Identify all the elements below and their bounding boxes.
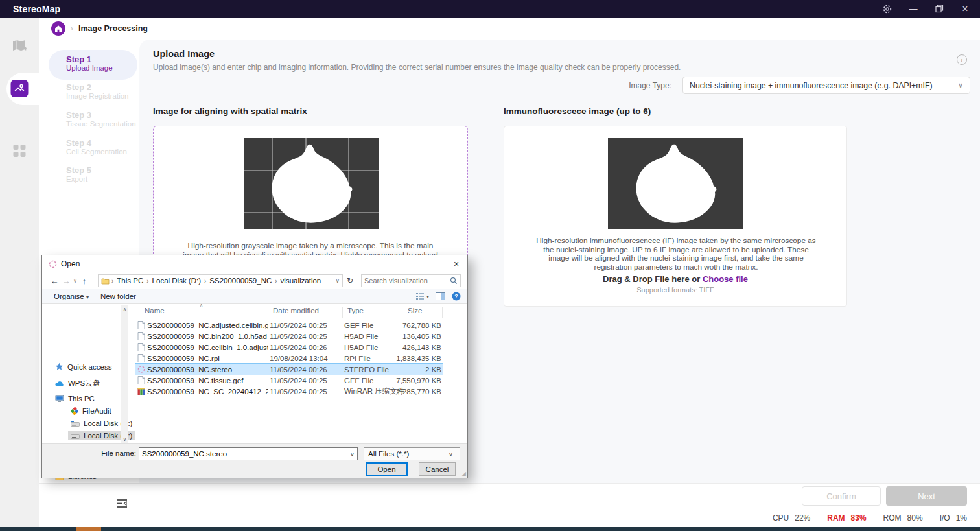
view-options-icon[interactable]: ▾	[415, 292, 429, 300]
if-image-preview	[608, 138, 743, 229]
open-button[interactable]: Open	[366, 462, 408, 476]
system-stats: CPU22% RAM83% ROM80% I/O1%	[773, 513, 967, 523]
history-dropdown-icon[interactable]: ∨	[72, 278, 78, 284]
address-dropdown-icon[interactable]: ∨	[335, 277, 340, 284]
map-icon[interactable]	[12, 39, 27, 53]
search-box[interactable]	[361, 274, 461, 287]
confirm-button[interactable]: Confirm	[802, 486, 881, 506]
back-icon[interactable]: ←	[49, 276, 60, 286]
breadcrumb-separator: ›	[71, 24, 73, 33]
toggle-panel-icon[interactable]	[117, 499, 128, 508]
restore-icon[interactable]	[933, 3, 945, 15]
step-5-export[interactable]: Step 5 Export	[66, 165, 91, 183]
if-image-description: High-resolution immunofluorescnece (IF) …	[533, 237, 819, 272]
file-row[interactable]: SS200000059_NC.tissue.gef11/05/2024 00:2…	[135, 375, 443, 386]
file-icon	[137, 343, 145, 351]
file-row-selected[interactable]: SS200000059_NC.stereo11/05/2024 00:26STE…	[135, 364, 443, 375]
image-type-select[interactable]: Nuclei-staining image + immunofluorescen…	[682, 77, 970, 94]
dialog-close-icon[interactable]: ×	[445, 255, 467, 272]
apps-grid-icon[interactable]	[13, 144, 27, 158]
minimize-icon[interactable]: —	[907, 3, 919, 15]
app-titlebar: StereoMap — ×	[0, 0, 980, 18]
file-row[interactable]: SS200000059_NC.rpi19/08/2024 13:04RPI Fi…	[135, 353, 443, 364]
address-crumb[interactable]: visualization	[281, 277, 321, 285]
step-4-cell-segmentation[interactable]: Step 4 Cell Segmentation	[66, 138, 127, 156]
nuclei-image-preview	[244, 138, 379, 229]
svg-text:?: ?	[454, 293, 458, 300]
sidebar-item-quick-access[interactable]: Quick access	[55, 362, 111, 371]
search-input[interactable]	[362, 277, 450, 285]
file-name-input[interactable]	[139, 450, 350, 458]
taskbar-highlight	[76, 527, 101, 531]
if-image-card: High-resolution immunofluorescnece (IF) …	[504, 126, 847, 307]
app-title: StereoMap	[13, 4, 60, 14]
help-icon[interactable]: ?	[452, 292, 461, 301]
choose-file-link[interactable]: Choose file	[703, 274, 748, 284]
sidebar-item-wps-cloud[interactable]: WPS云盘	[55, 379, 100, 388]
step-3-tissue-segmentation[interactable]: Step 3 Tissue Segmentation	[66, 110, 136, 128]
breadcrumb-current: Image Processing	[78, 24, 148, 33]
step-1-upload-image[interactable]: Step 1 Upload Image	[66, 54, 113, 73]
stereomap-window: StereoMap — × ›	[0, 0, 980, 531]
up-icon[interactable]: ↑	[78, 276, 90, 286]
close-icon[interactable]: ×	[959, 3, 971, 15]
rom-stat: ROM80%	[883, 513, 923, 523]
home-icon[interactable]	[51, 21, 65, 36]
app-footer: Confirm Next CPU22% RAM83% ROM80% I/O1%	[39, 483, 980, 527]
search-icon	[450, 277, 458, 285]
column-header-date[interactable]: Date modified	[273, 307, 319, 314]
file-row[interactable]: SS200000059_NC.bin200_1.0.h5ad11/05/2024…	[135, 331, 443, 342]
dialog-footer: File name: ∨ All Files (*.*) ∨ Open Canc…	[42, 443, 467, 478]
file-name-combobox[interactable]: ∨	[139, 447, 358, 460]
chevron-down-icon[interactable]: ∨	[350, 451, 357, 458]
page-title: Upload Image	[153, 49, 215, 59]
image-processing-icon[interactable]	[11, 80, 29, 97]
column-header-size[interactable]: Size	[408, 307, 422, 314]
file-row[interactable]: SS200000059_NC.cellbin_1.0.adjusted.h5ad…	[135, 342, 443, 353]
address-crumb[interactable]: SS200000059_NC	[209, 277, 272, 285]
menu-arrow-icon: ▾	[86, 294, 89, 300]
left-rail	[0, 18, 39, 527]
scroll-down-icon[interactable]: ∨	[123, 436, 127, 442]
file-icon	[137, 376, 145, 384]
disk-icon	[71, 433, 80, 439]
step-2-image-registration[interactable]: Step 2 Image Registration	[66, 82, 129, 100]
open-file-dialog: Open × ← → ∨ ↑ › This PC › Local Disk (D…	[41, 255, 468, 478]
address-crumb[interactable]: Local Disk (D:)	[152, 277, 201, 285]
star-icon	[55, 362, 64, 371]
dialog-title: Open	[61, 259, 80, 268]
io-stat: I/O1%	[940, 513, 967, 523]
preview-pane-icon[interactable]	[436, 292, 445, 300]
file-name-label: File name:	[42, 449, 136, 457]
address-crumb[interactable]: This PC	[117, 277, 143, 285]
next-button[interactable]: Next	[886, 486, 967, 506]
organise-menu[interactable]: Organise ▾	[54, 292, 89, 300]
cloud-icon	[55, 381, 64, 387]
sidebar-item-fileaudit[interactable]: FileAudit	[71, 407, 111, 415]
file-type-filter[interactable]: All Files (*.*) ∨	[364, 447, 460, 460]
ram-stat: RAM83%	[827, 513, 866, 523]
drag-drop-line: Drag & Drop File here or Choose file	[504, 274, 846, 284]
column-header-type[interactable]: Type	[347, 307, 364, 314]
file-icon	[137, 354, 145, 362]
dialog-titlebar[interactable]: Open ×	[42, 255, 467, 272]
scroll-up-icon[interactable]: ∧	[123, 307, 127, 313]
cpu-stat: CPU22%	[773, 513, 810, 523]
column-header-name[interactable]: Name	[145, 307, 165, 314]
sidebar-item-this-pc[interactable]: This PC	[55, 395, 95, 403]
settings-gear-icon[interactable]	[881, 3, 893, 15]
winrar-file-icon	[137, 387, 145, 395]
page-subtitle: Upload image(s) and enter chip and imagi…	[153, 63, 681, 72]
sidebar-scrollbar[interactable]: ∧ ∨	[121, 305, 128, 443]
dialog-navrow: ← → ∨ ↑ › This PC › Local Disk (D:) › SS…	[42, 272, 467, 289]
info-icon[interactable]: i	[957, 54, 967, 65]
forward-icon[interactable]: →	[60, 276, 72, 286]
cancel-button[interactable]: Cancel	[419, 462, 456, 476]
file-row[interactable]: SS200000059_NC_SC_20240412_231530_4....1…	[135, 386, 443, 397]
resize-grip[interactable]: ◢	[462, 471, 466, 477]
address-bar[interactable]: › This PC › Local Disk (D:) › SS20000005…	[98, 274, 343, 287]
dialog-toolbar: Organise ▾ New folder ▾ ?	[42, 289, 467, 304]
new-folder-button[interactable]: New folder	[100, 292, 136, 300]
refresh-icon[interactable]: ↻	[347, 276, 353, 285]
file-row[interactable]: SS200000059_NC.adjusted.cellbin.gef11/05…	[135, 320, 443, 331]
